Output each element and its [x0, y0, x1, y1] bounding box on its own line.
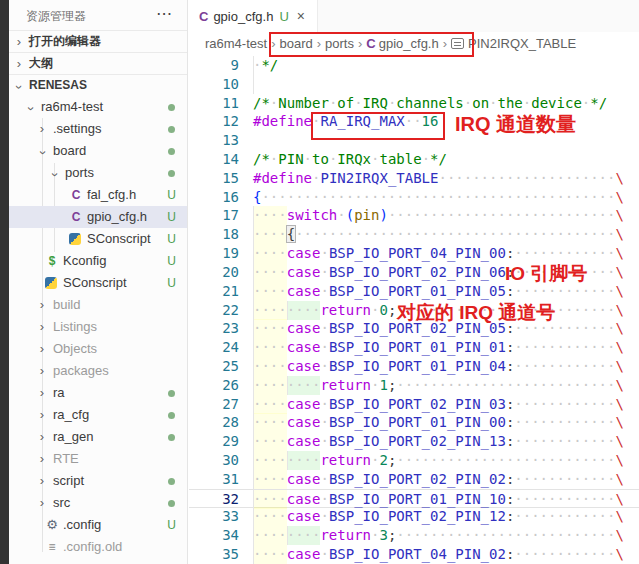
code-line-9[interactable]: 9·*/: [189, 56, 639, 75]
annotation-label-io-pin: IO 引脚号: [505, 261, 587, 287]
tree-item-label: fal_cfg.h: [87, 184, 136, 206]
code-line-29[interactable]: 29····case·BSP_IO_PORT_02_PIN_13:·······…: [189, 432, 639, 451]
code-line-26[interactable]: 26········return·1;·····················…: [189, 376, 639, 395]
vscode-window: 资源管理器 ⋯ ›打开的编辑器›大纲›RENESAS ›ra6m4-test›.…: [0, 0, 639, 564]
code-line-text: ········return·2;·······················…: [253, 451, 624, 470]
tree-item-board[interactable]: ›board: [9, 140, 187, 162]
code-line-18[interactable]: 18····{·································…: [189, 225, 639, 244]
tree-item-label: ra_cfg: [53, 404, 89, 426]
tree-item-label: board: [53, 140, 86, 162]
tree-item-ra-gen[interactable]: ›ra_gen: [9, 426, 187, 448]
tree-item-label: ra_gen: [53, 426, 93, 448]
tree-item-ports[interactable]: ›ports: [9, 162, 187, 184]
code-line-15[interactable]: 15#define·PIN2IRQX_TABLE················…: [189, 169, 639, 188]
tree-item-label: src: [53, 492, 70, 514]
line-number: 16: [189, 188, 239, 207]
tree-item-sconscript[interactable]: SConscriptU: [9, 228, 187, 250]
tree-item-packages[interactable]: ›packages: [9, 360, 187, 382]
code-line-text: ····case·BSP_IO_PORT_02_PIN_02:·········…: [253, 470, 624, 489]
tree-item-gpio-cfg-h[interactable]: Cgpio_cfg.hU: [9, 206, 187, 228]
tab-modified-badge: U: [279, 9, 288, 24]
code-line-16[interactable]: 16{·····································…: [189, 188, 639, 207]
tree-item--config[interactable]: ⚙.configU: [9, 514, 187, 536]
tree-item-fal-cfg-h[interactable]: Cfal_cfg.hU: [9, 184, 187, 206]
annotation-box-irq-max: [311, 112, 445, 140]
code-line-28[interactable]: 28····case·BSP_IO_PORT_01_PIN_00:·······…: [189, 413, 639, 432]
line-number: 30: [189, 451, 239, 470]
tab-close-icon[interactable]: ×: [297, 8, 305, 24]
code-line-24[interactable]: 24····case·BSP_IO_PORT_01_PIN_01:·······…: [189, 338, 639, 357]
tree-item--config-old[interactable]: ≡.config.old: [9, 536, 187, 558]
more-actions-icon[interactable]: ⋯: [156, 4, 173, 23]
python-file-icon: [45, 277, 57, 289]
c-file-icon: C: [199, 9, 208, 24]
code-line-14[interactable]: 14/*·PIN·to·IRQx·table·*/: [189, 150, 639, 169]
line-number: 20: [189, 263, 239, 282]
line-number: 35: [189, 545, 239, 564]
tree-item-label: RTE: [53, 448, 79, 470]
code-line-32[interactable]: 32····case·BSP_IO_PORT_01_PIN_10:·······…: [189, 489, 639, 508]
code-line-27[interactable]: 27····case·BSP_IO_PORT_02_PIN_03:·······…: [189, 395, 639, 414]
code-line-17[interactable]: 17····switch·(pin)······················…: [189, 206, 639, 225]
tree-item-label: build: [53, 294, 80, 316]
code-line-30[interactable]: 30········return·2;·····················…: [189, 451, 639, 470]
code-line-text: ····case·BSP_IO_PORT_01_PIN_04:·········…: [253, 357, 624, 376]
tree-item-listings[interactable]: ›Listings: [9, 316, 187, 338]
code-line-35[interactable]: 35····case·BSP_IO_PORT_04_PIN_02:·······…: [189, 545, 639, 564]
sidebar-title: 资源管理器: [26, 8, 86, 25]
indent-guide: [253, 75, 254, 94]
editor-group: Cgpio_cfg.hU× ra6m4-test›board›ports›Cgp…: [189, 0, 639, 564]
code-line-text: ····case·BSP_IO_PORT_04_PIN_02:·········…: [253, 545, 624, 564]
tab-gpio-cfg[interactable]: Cgpio_cfg.hU×: [189, 0, 318, 32]
chevron-icon: ›: [32, 148, 54, 158]
chevron-icon: ›: [9, 82, 30, 92]
code-line-33[interactable]: 33····case·BSP_IO_PORT_02_PIN_12:·······…: [189, 507, 639, 526]
line-number: 28: [189, 413, 239, 432]
breadcrumb-item-ra6m4-test[interactable]: ra6m4-test: [205, 32, 267, 56]
git-untracked-badge: U: [167, 514, 176, 536]
kconfig-file-icon: $: [45, 250, 59, 272]
tree-item-kconfig[interactable]: $KconfigU: [9, 250, 187, 272]
git-untracked-badge: U: [167, 228, 176, 250]
chevron-icon: ›: [37, 316, 47, 338]
tree-item-ra6m4-test[interactable]: ›ra6m4-test: [9, 96, 187, 118]
tree-item-script[interactable]: ›script: [9, 470, 187, 492]
tree-item-label: packages: [53, 360, 109, 382]
tree-item-rte[interactable]: ›RTE: [9, 448, 187, 470]
tree-item--settings[interactable]: ›.settings: [9, 118, 187, 140]
line-number: 9: [189, 56, 239, 75]
modified-dot-indicator: [168, 170, 175, 177]
code-line-11[interactable]: 11/*·Number·of·IRQ·channels·on·the·devic…: [189, 94, 639, 113]
chevron-icon: ›: [14, 31, 24, 52]
modified-dot-indicator: [168, 412, 175, 419]
git-untracked-badge: U: [167, 206, 176, 228]
code-line-text: /*·PIN·to·IRQx·table·*/: [253, 150, 447, 169]
tree-item-objects[interactable]: ›Objects: [9, 338, 187, 360]
code-line-34[interactable]: 34········return·3;·····················…: [189, 526, 639, 545]
code-line-25[interactable]: 25····case·BSP_IO_PORT_01_PIN_04:·······…: [189, 357, 639, 376]
tree-item-label: Kconfig: [63, 250, 106, 272]
line-number: 11: [189, 94, 239, 113]
code-line-text: ····case·BSP_IO_PORT_02_PIN_12:·········…: [253, 507, 624, 526]
line-number: 29: [189, 432, 239, 451]
tree-item-sconscript[interactable]: SConscriptU: [9, 272, 187, 294]
code-line-text: ····switch·(pin)························…: [253, 206, 624, 225]
modified-dot-indicator: [168, 390, 175, 397]
code-line-31[interactable]: 31····case·BSP_IO_PORT_02_PIN_02:·······…: [189, 470, 639, 489]
tree-item-ra[interactable]: ›ra: [9, 382, 187, 404]
tree-item-build[interactable]: ›build: [9, 294, 187, 316]
modified-dot-indicator: [168, 148, 175, 155]
tree-item-ra-cfg[interactable]: ›ra_cfg: [9, 404, 187, 426]
tab-bar: Cgpio_cfg.hU×: [189, 0, 639, 32]
code-line-10[interactable]: 10: [189, 75, 639, 94]
git-untracked-badge: U: [167, 272, 176, 294]
chevron-icon: ›: [20, 104, 42, 114]
line-number: 12: [189, 112, 239, 131]
sidebar-section-2[interactable]: ›大纲: [9, 52, 187, 74]
sidebar-section-3[interactable]: ›RENESAS: [9, 74, 187, 96]
line-number: 23: [189, 319, 239, 338]
line-number: 21: [189, 282, 239, 301]
sidebar-section-1[interactable]: ›打开的编辑器: [9, 30, 187, 52]
chevron-icon: ›: [37, 382, 47, 404]
tree-item-src[interactable]: ›src: [9, 492, 187, 514]
